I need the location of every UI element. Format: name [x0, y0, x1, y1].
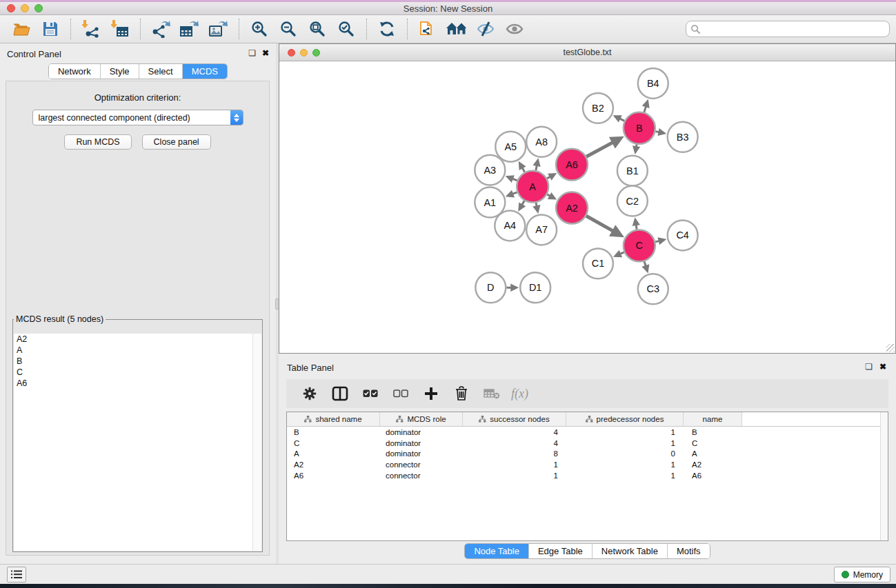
graph-edge[interactable]: [506, 284, 519, 292]
float-table-panel-icon[interactable]: ❏: [865, 362, 873, 372]
graph-edge[interactable]: [547, 192, 557, 200]
memory-button[interactable]: Memory: [834, 567, 890, 582]
table-cell[interactable]: C: [287, 438, 380, 449]
graph-edge[interactable]: [655, 128, 666, 136]
tab-motifs[interactable]: Motifs: [667, 544, 710, 558]
table-cell[interactable]: 1: [566, 427, 684, 438]
tab-mcds[interactable]: MCDS: [182, 64, 227, 79]
graph-edge[interactable]: [613, 250, 624, 257]
graph-edge[interactable]: [633, 144, 640, 154]
graph-node[interactable]: A3: [475, 155, 505, 185]
tab-style[interactable]: Style: [100, 64, 139, 79]
graph-edge[interactable]: [518, 201, 526, 211]
graph-node[interactable]: A8: [526, 127, 557, 157]
table-cell[interactable]: [742, 438, 888, 449]
table-cell[interactable]: A: [287, 448, 380, 459]
tab-network-table[interactable]: Network Table: [592, 544, 667, 558]
run-mcds-button[interactable]: Run MCDS: [64, 134, 131, 150]
tab-select[interactable]: Select: [139, 64, 182, 79]
graph-edge[interactable]: [506, 175, 517, 183]
table-row[interactable]: A2connector11A2: [287, 459, 888, 470]
column-header-MCDS-role[interactable]: MCDS role: [380, 412, 463, 426]
graph-node[interactable]: B4: [638, 68, 668, 99]
graph-edge[interactable]: [586, 136, 624, 157]
function-builder-icon[interactable]: f(x): [511, 387, 528, 401]
table-cell[interactable]: C: [684, 438, 742, 449]
table-header-row[interactable]: shared nameMCDS rolesuccessor nodesprede…: [287, 412, 888, 427]
graph-edge[interactable]: [641, 261, 649, 273]
task-history-button[interactable]: [7, 567, 26, 582]
zoom-fit-icon[interactable]: [305, 18, 330, 40]
table-cell[interactable]: A2: [287, 459, 380, 470]
graph-node[interactable]: C3: [638, 274, 668, 304]
search-field[interactable]: [686, 21, 890, 37]
mcds-result-list[interactable]: A2ABCA6: [14, 334, 261, 551]
delete-icon[interactable]: [451, 383, 472, 404]
close-panel-button[interactable]: Close panel: [142, 134, 211, 150]
result-item[interactable]: A: [14, 345, 261, 356]
zoom-out-icon[interactable]: [276, 18, 301, 40]
table-cell[interactable]: A6: [684, 470, 742, 481]
graph-node[interactable]: C4: [668, 220, 698, 250]
graph-edge[interactable]: [532, 203, 540, 214]
table-cell[interactable]: B: [684, 427, 742, 438]
table-row[interactable]: Bdominator41B: [287, 427, 888, 438]
show-all-icon[interactable]: [502, 18, 527, 40]
table-cell[interactable]: B: [287, 427, 380, 438]
refresh-icon[interactable]: [375, 18, 399, 40]
import-table-icon[interactable]: [108, 18, 132, 40]
open-file-icon[interactable]: [9, 18, 34, 40]
table-body[interactable]: Bdominator41BCdominator41CAdominator80AA…: [287, 427, 888, 480]
graph-node[interactable]: A6: [556, 149, 588, 181]
tab-node-table[interactable]: Node Table: [465, 544, 528, 558]
tab-network[interactable]: Network: [49, 64, 100, 79]
close-panel-icon[interactable]: ✖: [262, 48, 269, 58]
network-graph[interactable]: B4B2BB3A5A8A6A3B1AC2A1A2A4A7C4CC1C3DD1: [280, 62, 895, 353]
graph-edge[interactable]: [642, 99, 650, 112]
graph-node[interactable]: D: [475, 272, 506, 303]
network-window-titlebar[interactable]: testGlobe.txt: [279, 44, 895, 61]
table-cell[interactable]: 4: [463, 438, 566, 449]
graph-node[interactable]: D1: [520, 272, 550, 303]
table-cell[interactable]: [742, 470, 888, 481]
optimization-criterion-select[interactable]: largest connected component (directed): [32, 110, 243, 125]
graph-edge[interactable]: [547, 173, 557, 181]
graph-node[interactable]: A2: [556, 192, 588, 224]
table-cell[interactable]: A6: [287, 470, 380, 481]
export-network-icon[interactable]: [148, 18, 173, 40]
hide-selected-icon[interactable]: [473, 18, 498, 40]
graph-edge[interactable]: [533, 158, 541, 170]
add-column-icon[interactable]: [421, 383, 441, 404]
graph-node[interactable]: C1: [583, 248, 613, 278]
delete-table-icon[interactable]: [481, 383, 502, 404]
table-row[interactable]: A6connector11A6: [287, 470, 888, 481]
select-all-icon[interactable]: [360, 383, 381, 404]
resize-grip-icon[interactable]: [886, 344, 895, 352]
result-item[interactable]: B: [14, 356, 261, 367]
table-cell[interactable]: dominator: [380, 438, 463, 449]
graph-node[interactable]: B: [624, 112, 655, 144]
graph-edge[interactable]: [506, 190, 517, 198]
table-cell[interactable]: 1: [566, 470, 684, 481]
export-image-icon[interactable]: [206, 18, 231, 40]
result-item[interactable]: A2: [14, 334, 261, 345]
save-session-icon[interactable]: [38, 18, 63, 40]
graph-node[interactable]: B1: [617, 156, 648, 186]
column-header-predecessor-nodes[interactable]: predecessor nodes: [566, 412, 684, 426]
zoom-selected-icon[interactable]: [334, 18, 359, 40]
export-table-icon[interactable]: [177, 18, 202, 40]
result-item[interactable]: A6: [14, 378, 261, 389]
home-icon[interactable]: [444, 18, 469, 40]
table-cell[interactable]: connector: [380, 459, 463, 470]
tab-edge-table[interactable]: Edge Table: [528, 544, 592, 558]
new-network-from-file-icon[interactable]: [415, 18, 440, 40]
columns-icon[interactable]: [330, 383, 350, 404]
search-input[interactable]: [701, 22, 889, 36]
graph-node[interactable]: C2: [617, 186, 648, 216]
network-canvas[interactable]: B4B2BB3A5A8A6A3B1AC2A1A2A4A7C4CC1C3DD1: [280, 62, 895, 352]
float-panel-icon[interactable]: ❏: [248, 48, 256, 58]
table-row[interactable]: Cdominator41C: [287, 438, 888, 449]
table-scrollbar[interactable]: [880, 412, 888, 540]
table-cell[interactable]: 4: [463, 427, 566, 438]
table-cell[interactable]: 1: [566, 459, 684, 470]
